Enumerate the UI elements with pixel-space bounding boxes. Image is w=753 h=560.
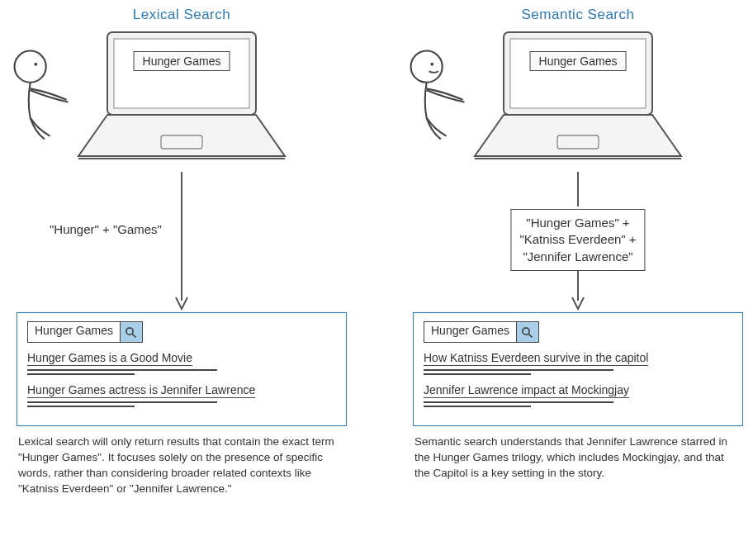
snippet-lines bbox=[27, 401, 336, 407]
result-title[interactable]: How Katniss Everdeen survive in the capi… bbox=[424, 351, 648, 366]
svg-point-14 bbox=[430, 63, 433, 66]
semantic-arrow-line1: "Hunger Games" + bbox=[519, 215, 636, 231]
svg-point-7 bbox=[126, 327, 133, 334]
lexical-laptop: Hunger Games bbox=[17, 28, 347, 168]
semantic-arrow-line3: "Jennifer Lawrence" bbox=[519, 249, 636, 265]
lexical-laptop-query: Hunger Games bbox=[134, 51, 230, 71]
laptop-icon bbox=[458, 28, 698, 164]
lexical-search-input[interactable]: Hunger Games bbox=[27, 321, 120, 343]
semantic-column: Semantic Search Hunger Games "Hu bbox=[413, 7, 743, 482]
svg-point-17 bbox=[523, 327, 529, 334]
result-title[interactable]: Hunger Games actress is Jennifer Lawrenc… bbox=[27, 383, 255, 398]
lexical-search-button[interactable] bbox=[120, 321, 143, 343]
person-icon bbox=[7, 43, 93, 154]
result-title[interactable]: Jennifer Lawrence impact at Mockingjay bbox=[424, 383, 629, 398]
snippet-lines bbox=[424, 401, 732, 407]
semantic-arrow: "Hunger Games" + "Katniss Everdeen" + "J… bbox=[413, 172, 743, 312]
semantic-laptop: Hunger Games bbox=[413, 28, 743, 168]
snippet-lines bbox=[27, 369, 336, 375]
semantic-search-input[interactable]: Hunger Games bbox=[424, 321, 516, 343]
svg-point-13 bbox=[411, 51, 443, 83]
lexical-column: Lexical Search Hunger Games "Hunger" + "… bbox=[17, 7, 347, 497]
svg-point-4 bbox=[15, 51, 46, 83]
svg-line-8 bbox=[133, 334, 136, 337]
semantic-caption: Semantic search understands that Jennife… bbox=[413, 434, 743, 482]
result-item: Hunger Games actress is Jennifer Lawrenc… bbox=[27, 383, 336, 407]
result-title[interactable]: Hunger Games is a Good Movie bbox=[27, 351, 192, 366]
semantic-search-button[interactable] bbox=[516, 321, 539, 343]
result-item: Hunger Games is a Good Movie bbox=[27, 351, 336, 375]
svg-point-5 bbox=[34, 63, 37, 66]
semantic-laptop-query: Hunger Games bbox=[530, 51, 627, 71]
svg-line-18 bbox=[529, 334, 533, 337]
lexical-arrow-label: "Hunger" + "Games" bbox=[50, 221, 162, 238]
semantic-arrow-label: "Hunger Games" + "Katniss Everdeen" + "J… bbox=[510, 209, 645, 271]
arrow-down-icon bbox=[172, 172, 192, 312]
semantic-search-row: Hunger Games bbox=[424, 321, 732, 343]
lexical-caption: Lexical search will only return results … bbox=[17, 434, 347, 497]
laptop-icon bbox=[62, 28, 301, 164]
lexical-arrow: "Hunger" + "Games" bbox=[17, 172, 347, 312]
search-icon bbox=[521, 326, 533, 339]
svg-rect-10 bbox=[510, 39, 646, 108]
person-icon bbox=[403, 43, 490, 154]
snippet-lines bbox=[424, 369, 732, 375]
lexical-results-pane: Hunger Games Hunger Games is a Good Movi… bbox=[17, 312, 347, 426]
semantic-arrow-line2: "Katniss Everdeen" + bbox=[519, 231, 636, 248]
semantic-title: Semantic Search bbox=[413, 7, 743, 23]
result-item: Jennifer Lawrence impact at Mockingjay bbox=[424, 383, 732, 407]
lexical-title: Lexical Search bbox=[17, 7, 347, 23]
search-icon bbox=[125, 326, 137, 339]
lexical-search-row: Hunger Games bbox=[27, 321, 336, 343]
semantic-results-pane: Hunger Games How Katniss Everdeen surviv… bbox=[413, 312, 743, 426]
result-item: How Katniss Everdeen survive in the capi… bbox=[424, 351, 732, 375]
svg-rect-1 bbox=[114, 39, 249, 108]
